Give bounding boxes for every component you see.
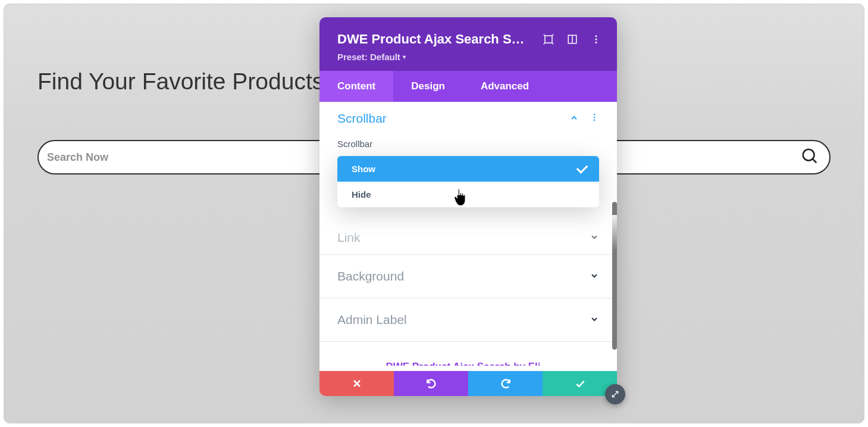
tab-design[interactable]: Design <box>393 71 463 102</box>
more-icon[interactable] <box>591 34 601 45</box>
page-title: Find Your Favorite Products <box>37 68 324 95</box>
search-icon[interactable] <box>801 147 819 167</box>
section-more-icon[interactable] <box>590 113 599 124</box>
expand-icon[interactable] <box>543 34 554 45</box>
modal-header: DWE Product Ajax Search S… <box>319 17 617 71</box>
field-label-scrollbar: Scrollbar <box>337 139 599 149</box>
panel-body: Scrollbar Scrollbar Show <box>319 102 617 371</box>
section-admin-label: Admin Label <box>319 298 617 342</box>
section-header-link[interactable]: Link <box>319 221 617 254</box>
chevron-up-icon <box>569 113 579 124</box>
svg-point-8 <box>594 114 596 116</box>
svg-point-7 <box>596 42 597 43</box>
preset-label: Preset: Default <box>337 52 400 62</box>
scrollbar-dropdown[interactable]: Show Hide <box>337 156 599 207</box>
option-label: Show <box>352 164 375 174</box>
chevron-down-icon <box>590 232 599 244</box>
svg-point-10 <box>594 119 596 121</box>
svg-line-13 <box>612 391 618 397</box>
svg-point-5 <box>596 35 597 37</box>
section-title: Link <box>337 230 590 245</box>
section-scrollbar: Scrollbar Scrollbar Show <box>319 102 617 221</box>
section-title: Admin Label <box>337 313 590 327</box>
svg-point-6 <box>596 39 597 40</box>
section-background: Background <box>319 255 617 298</box>
tab-advanced[interactable]: Advanced <box>463 71 547 102</box>
tab-content[interactable]: Content <box>319 71 393 102</box>
svg-point-9 <box>594 117 596 119</box>
page-frame: Find Your Favorite Products DWE Product … <box>4 4 864 423</box>
modal-title: DWE Product Ajax Search S… <box>337 32 543 47</box>
section-title: Background <box>337 269 590 283</box>
preset-selector[interactable]: Preset: Default ▾ <box>337 52 406 62</box>
dropdown-option-hide[interactable]: Hide <box>337 182 599 207</box>
section-header-admin-label[interactable]: Admin Label <box>319 298 617 341</box>
close-button[interactable] <box>319 371 394 396</box>
chevron-down-icon <box>590 271 599 282</box>
section-title: Scrollbar <box>337 111 569 126</box>
columns-icon[interactable] <box>567 34 578 45</box>
svg-point-0 <box>803 149 814 161</box>
caret-down-icon: ▾ <box>403 54 406 60</box>
svg-line-1 <box>813 159 816 163</box>
option-label: Hide <box>352 189 371 200</box>
section-header-scrollbar[interactable]: Scrollbar <box>319 102 617 135</box>
chevron-down-icon <box>590 314 599 326</box>
section-header-background[interactable]: Background <box>319 255 617 298</box>
partial-row: DWE Product Ajax Search by Eli… <box>319 342 617 366</box>
resize-handle[interactable] <box>605 384 625 404</box>
section-link: Link <box>319 221 617 255</box>
dropdown-option-show[interactable]: Show <box>337 156 599 182</box>
tabs: Content Design Advanced <box>319 71 617 102</box>
modal-footer <box>319 371 617 396</box>
svg-rect-2 <box>545 36 552 43</box>
redo-button[interactable] <box>468 371 543 396</box>
undo-button[interactable] <box>394 371 468 396</box>
scrollbar-thumb[interactable] <box>612 202 617 350</box>
settings-modal: DWE Product Ajax Search S… <box>319 17 617 396</box>
